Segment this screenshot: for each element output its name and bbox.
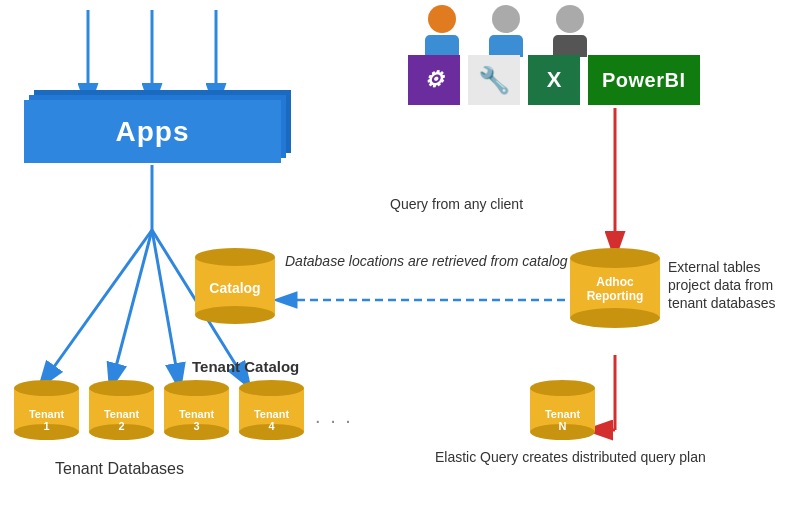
visual-studio-icon: ⚙: [408, 55, 460, 105]
person-2: [489, 5, 523, 57]
powerbi-button[interactable]: PowerBI: [588, 55, 700, 105]
tenant-1-cylinder: Tenant1: [14, 380, 79, 440]
tenant-4-cylinder: Tenant4: [239, 380, 304, 440]
t2-label: Tenant2: [104, 408, 139, 432]
t4-top: [239, 380, 304, 396]
adhoc-cyl-top: [570, 248, 660, 268]
adhoc-cylinder: Adhoc Reporting: [570, 248, 660, 328]
t1-label: Tenant1: [29, 408, 64, 432]
catalog-cyl-bottom: [195, 306, 275, 324]
annotation-db-locations: Database locations are retrieved from ca…: [285, 252, 567, 270]
tn-label: TenantN: [545, 408, 580, 432]
person-1: [425, 5, 459, 57]
annotation-query: Query from any client: [390, 195, 523, 213]
person-2-head: [492, 5, 520, 33]
tools-icon: 🔧: [468, 55, 520, 105]
catalog-label: Catalog: [209, 280, 260, 296]
person-3-torso: [553, 35, 587, 57]
person-1-head: [428, 5, 456, 33]
adhoc-cyl-bottom: [570, 308, 660, 328]
excel-icon: X: [528, 55, 580, 105]
architecture-diagram: Apps Catalog Tenant Catalog Adhoc Report…: [0, 0, 800, 507]
annotation-elastic: Elastic Query creates distributed query …: [435, 448, 706, 466]
t4-label: Tenant4: [254, 408, 289, 432]
tenant-catalog-label: Tenant Catalog: [192, 358, 299, 375]
t2-top: [89, 380, 154, 396]
vs-text: ⚙: [424, 67, 444, 93]
t3-top: [164, 380, 229, 396]
tenant-3-cylinder: Tenant3: [164, 380, 229, 440]
person-2-torso: [489, 35, 523, 57]
catalog-cylinder: Catalog: [195, 248, 275, 324]
tenant-dots: · · ·: [314, 380, 354, 440]
wrench-glyph: 🔧: [478, 65, 510, 96]
svg-line-10: [152, 230, 178, 378]
adhoc-label: Adhoc Reporting: [587, 275, 644, 303]
t1-top: [14, 380, 79, 396]
apps-label: Apps: [116, 116, 190, 148]
person-1-torso: [425, 35, 459, 57]
svg-line-8: [46, 230, 152, 378]
person-3: [553, 5, 587, 57]
db-locations-text: Database locations are retrieved from ca…: [285, 253, 567, 269]
apps-stack: Apps: [24, 100, 281, 163]
catalog-cyl-top: [195, 248, 275, 266]
svg-line-9: [113, 230, 152, 378]
people-area: [425, 5, 587, 57]
t3-label: Tenant3: [179, 408, 214, 432]
tenant-n-cylinder: TenantN: [530, 380, 595, 440]
tool-icons-row: ⚙ 🔧 X PowerBI: [408, 55, 700, 105]
annotation-external-tables: External tables project data from tenant…: [668, 258, 800, 313]
tn-top: [530, 380, 595, 396]
excel-x: X: [547, 67, 562, 93]
tenant-databases: Tenant1 Tenant2 Tenant3 Tenant4 · · ·: [14, 380, 354, 440]
tenant-2-cylinder: Tenant2: [89, 380, 154, 440]
person-3-head: [556, 5, 584, 33]
apps-box: Apps: [24, 100, 281, 163]
tenant-databases-label: Tenant Databases: [55, 460, 184, 478]
